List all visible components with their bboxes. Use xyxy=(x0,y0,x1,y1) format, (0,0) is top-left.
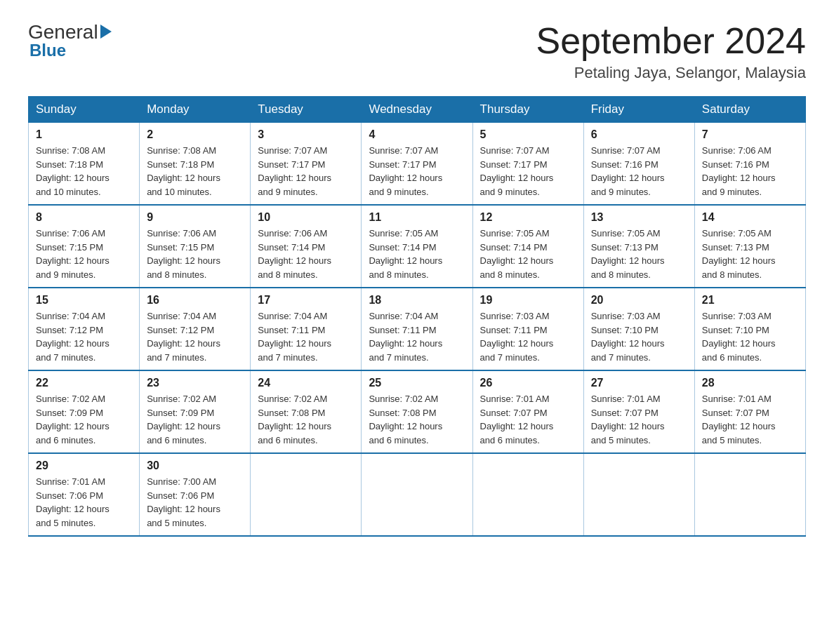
day-info: Sunrise: 7:06 AMSunset: 7:15 PMDaylight:… xyxy=(36,228,110,280)
day-number: 12 xyxy=(480,211,576,224)
day-info: Sunrise: 7:03 AMSunset: 7:10 PMDaylight:… xyxy=(702,311,776,363)
day-number: 15 xyxy=(36,294,132,307)
day-number: 7 xyxy=(702,128,798,141)
day-info: Sunrise: 7:05 AMSunset: 7:13 PMDaylight:… xyxy=(702,228,776,280)
calendar-cell: 29 Sunrise: 7:01 AMSunset: 7:06 PMDaylig… xyxy=(29,453,140,536)
day-number: 13 xyxy=(591,211,687,224)
calendar-cell: 11 Sunrise: 7:05 AMSunset: 7:14 PMDaylig… xyxy=(362,205,472,288)
day-info: Sunrise: 7:02 AMSunset: 7:08 PMDaylight:… xyxy=(369,394,442,445)
calendar-cell: 18 Sunrise: 7:04 AMSunset: 7:11 PMDaylig… xyxy=(362,288,472,370)
day-number: 5 xyxy=(480,128,576,141)
calendar-cell: 16 Sunrise: 7:04 AMSunset: 7:12 PMDaylig… xyxy=(140,288,251,370)
day-number: 27 xyxy=(591,377,687,389)
day-number: 23 xyxy=(147,377,243,389)
calendar-cell: 20 Sunrise: 7:03 AMSunset: 7:10 PMDaylig… xyxy=(583,288,694,370)
day-number: 9 xyxy=(147,211,243,224)
day-number: 26 xyxy=(480,377,576,389)
day-header-friday: Friday xyxy=(583,97,694,123)
day-info: Sunrise: 7:02 AMSunset: 7:08 PMDaylight:… xyxy=(258,394,331,445)
day-number: 28 xyxy=(702,377,798,389)
calendar-cell: 27 Sunrise: 7:01 AMSunset: 7:07 PMDaylig… xyxy=(583,370,694,453)
day-info: Sunrise: 7:05 AMSunset: 7:14 PMDaylight:… xyxy=(480,228,554,280)
day-info: Sunrise: 7:07 AMSunset: 7:17 PMDaylight:… xyxy=(480,145,554,197)
calendar-cell: 1 Sunrise: 7:08 AMSunset: 7:18 PMDayligh… xyxy=(29,123,140,206)
day-info: Sunrise: 7:05 AMSunset: 7:14 PMDaylight:… xyxy=(369,228,442,280)
day-header-sunday: Sunday xyxy=(29,97,140,123)
location-subtitle: Petaling Jaya, Selangor, Malaysia xyxy=(536,64,807,82)
calendar-cell xyxy=(251,453,362,536)
calendar-cell: 17 Sunrise: 7:04 AMSunset: 7:11 PMDaylig… xyxy=(251,288,362,370)
day-number: 29 xyxy=(36,459,132,472)
day-number: 2 xyxy=(147,128,243,141)
calendar-cell: 5 Sunrise: 7:07 AMSunset: 7:17 PMDayligh… xyxy=(472,123,583,206)
calendar-week-row: 1 Sunrise: 7:08 AMSunset: 7:18 PMDayligh… xyxy=(29,123,806,206)
calendar-cell: 12 Sunrise: 7:05 AMSunset: 7:14 PMDaylig… xyxy=(472,205,583,288)
day-number: 1 xyxy=(36,128,132,141)
day-info: Sunrise: 7:06 AMSunset: 7:15 PMDaylight:… xyxy=(147,228,220,280)
day-number: 19 xyxy=(480,294,576,307)
day-info: Sunrise: 7:01 AMSunset: 7:07 PMDaylight:… xyxy=(702,394,776,445)
day-info: Sunrise: 7:06 AMSunset: 7:14 PMDaylight:… xyxy=(258,228,331,280)
day-info: Sunrise: 7:04 AMSunset: 7:11 PMDaylight:… xyxy=(258,311,331,363)
calendar-cell: 9 Sunrise: 7:06 AMSunset: 7:15 PMDayligh… xyxy=(140,205,251,288)
logo-blue: Blue xyxy=(29,41,66,60)
calendar-cell: 25 Sunrise: 7:02 AMSunset: 7:08 PMDaylig… xyxy=(362,370,472,453)
day-number: 25 xyxy=(369,377,465,389)
calendar-cell: 21 Sunrise: 7:03 AMSunset: 7:10 PMDaylig… xyxy=(694,288,805,370)
day-info: Sunrise: 7:04 AMSunset: 7:12 PMDaylight:… xyxy=(36,311,110,363)
calendar-cell: 22 Sunrise: 7:02 AMSunset: 7:09 PMDaylig… xyxy=(29,370,140,453)
title-section: September 2024 Petaling Jaya, Selangor, … xyxy=(536,21,807,82)
day-info: Sunrise: 7:01 AMSunset: 7:07 PMDaylight:… xyxy=(591,394,665,445)
calendar-header-row: SundayMondayTuesdayWednesdayThursdayFrid… xyxy=(29,97,806,123)
calendar-cell: 26 Sunrise: 7:01 AMSunset: 7:07 PMDaylig… xyxy=(472,370,583,453)
day-info: Sunrise: 7:07 AMSunset: 7:16 PMDaylight:… xyxy=(591,145,665,197)
day-number: 30 xyxy=(147,459,243,472)
day-header-tuesday: Tuesday xyxy=(251,97,362,123)
day-info: Sunrise: 7:01 AMSunset: 7:06 PMDaylight:… xyxy=(36,476,110,528)
calendar-week-row: 22 Sunrise: 7:02 AMSunset: 7:09 PMDaylig… xyxy=(29,370,806,453)
calendar-week-row: 29 Sunrise: 7:01 AMSunset: 7:06 PMDaylig… xyxy=(29,453,806,536)
day-info: Sunrise: 7:07 AMSunset: 7:17 PMDaylight:… xyxy=(369,145,442,197)
calendar-cell: 14 Sunrise: 7:05 AMSunset: 7:13 PMDaylig… xyxy=(694,205,805,288)
calendar-cell xyxy=(472,453,583,536)
day-info: Sunrise: 7:00 AMSunset: 7:06 PMDaylight:… xyxy=(147,476,220,528)
day-number: 6 xyxy=(591,128,687,141)
day-number: 3 xyxy=(258,128,354,141)
day-info: Sunrise: 7:04 AMSunset: 7:12 PMDaylight:… xyxy=(147,311,220,363)
calendar-cell xyxy=(583,453,694,536)
day-number: 21 xyxy=(702,294,798,307)
day-info: Sunrise: 7:07 AMSunset: 7:17 PMDaylight:… xyxy=(258,145,331,197)
calendar-cell: 7 Sunrise: 7:06 AMSunset: 7:16 PMDayligh… xyxy=(694,123,805,206)
day-number: 24 xyxy=(258,377,354,389)
calendar-cell xyxy=(362,453,472,536)
calendar-cell: 13 Sunrise: 7:05 AMSunset: 7:13 PMDaylig… xyxy=(583,205,694,288)
calendar-cell: 28 Sunrise: 7:01 AMSunset: 7:07 PMDaylig… xyxy=(694,370,805,453)
calendar-cell: 23 Sunrise: 7:02 AMSunset: 7:09 PMDaylig… xyxy=(140,370,251,453)
calendar-cell: 10 Sunrise: 7:06 AMSunset: 7:14 PMDaylig… xyxy=(251,205,362,288)
day-header-monday: Monday xyxy=(140,97,251,123)
day-number: 17 xyxy=(258,294,354,307)
day-info: Sunrise: 7:08 AMSunset: 7:18 PMDaylight:… xyxy=(147,145,220,197)
day-info: Sunrise: 7:02 AMSunset: 7:09 PMDaylight:… xyxy=(147,394,220,445)
calendar-week-row: 15 Sunrise: 7:04 AMSunset: 7:12 PMDaylig… xyxy=(29,288,806,370)
day-number: 22 xyxy=(36,377,132,389)
day-number: 18 xyxy=(369,294,465,307)
calendar-cell: 2 Sunrise: 7:08 AMSunset: 7:18 PMDayligh… xyxy=(140,123,251,206)
calendar-cell: 30 Sunrise: 7:00 AMSunset: 7:06 PMDaylig… xyxy=(140,453,251,536)
day-info: Sunrise: 7:03 AMSunset: 7:10 PMDaylight:… xyxy=(591,311,665,363)
day-number: 16 xyxy=(147,294,243,307)
day-info: Sunrise: 7:06 AMSunset: 7:16 PMDaylight:… xyxy=(702,145,776,197)
calendar-cell xyxy=(694,453,805,536)
day-info: Sunrise: 7:01 AMSunset: 7:07 PMDaylight:… xyxy=(480,394,554,445)
logo: General Blue xyxy=(28,21,114,60)
month-year-title: September 2024 xyxy=(536,21,807,61)
calendar-cell: 24 Sunrise: 7:02 AMSunset: 7:08 PMDaylig… xyxy=(251,370,362,453)
day-info: Sunrise: 7:03 AMSunset: 7:11 PMDaylight:… xyxy=(480,311,554,363)
calendar-cell: 19 Sunrise: 7:03 AMSunset: 7:11 PMDaylig… xyxy=(472,288,583,370)
calendar-cell: 6 Sunrise: 7:07 AMSunset: 7:16 PMDayligh… xyxy=(583,123,694,206)
day-info: Sunrise: 7:08 AMSunset: 7:18 PMDaylight:… xyxy=(36,145,110,197)
day-info: Sunrise: 7:04 AMSunset: 7:11 PMDaylight:… xyxy=(369,311,442,363)
calendar-cell: 3 Sunrise: 7:07 AMSunset: 7:17 PMDayligh… xyxy=(251,123,362,206)
page-header: General Blue September 2024 Petaling Jay… xyxy=(28,21,806,82)
day-info: Sunrise: 7:05 AMSunset: 7:13 PMDaylight:… xyxy=(591,228,665,280)
